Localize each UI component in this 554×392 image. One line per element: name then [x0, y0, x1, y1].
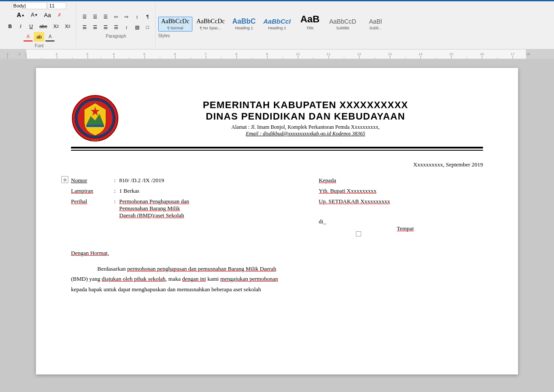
bullets-btn[interactable]: ☰ — [80, 12, 89, 21]
align-left-btn[interactable]: ☰ — [80, 22, 89, 32]
svg-text:15: 15 — [449, 52, 453, 56]
bmd-text: (BMD) yang — [71, 275, 102, 282]
meta-left: ⊕ Nomor : 810/ /D.2 /IX /2019 Lampiran :… — [71, 177, 298, 232]
kepada-label: Kepada — [319, 177, 336, 184]
sort-btn[interactable]: ↕ — [132, 12, 142, 21]
style-title[interactable]: AaB Title — [295, 12, 325, 31]
font-size-input[interactable] — [48, 2, 66, 9]
tempat-row: Tempat — [319, 225, 483, 232]
style-more-preview: AaBl — [369, 18, 382, 25]
style-h1-preview: AaBbC — [232, 17, 256, 25]
svg-text:2: 2 — [18, 52, 21, 56]
align-right-btn[interactable]: ☰ — [101, 22, 110, 32]
justify-btn[interactable]: ☰ — [111, 22, 121, 32]
document-page: ✦ ✦ ✦ PEMERINTAH KABUPATEN XXXXXXXXXX DI… — [36, 68, 518, 374]
line-spacing-btn[interactable]: ↕ — [122, 22, 131, 32]
svg-text:10: 10 — [296, 52, 300, 56]
svg-text:17: 17 — [511, 52, 515, 56]
style-no-space[interactable]: AaBbCcDc ¶ No Spac... — [193, 17, 228, 32]
font-name-input[interactable] — [12, 2, 47, 9]
diajukan-text: diajukan oleh pihak sekolah — [102, 275, 166, 282]
meta-left-container: ⊕ Nomor : 810/ /D.2 /IX /2019 Lampiran :… — [71, 177, 298, 219]
up-value: Up. SETDAKAB Xxxxxxxxxx — [319, 198, 390, 205]
dengan-text: dengan ini — [182, 275, 206, 282]
up-row: Up. SETDAKAB Xxxxxxxxxx — [319, 198, 483, 205]
lh-address: Alamat : Jl. Imam Bonjol, Komplek Perkan… — [128, 124, 483, 131]
perihal-line2: Pemusnahan Barang Milik — [119, 205, 180, 212]
para1-cont2: kepada bapak untuk dapat menghapuskan da… — [71, 284, 483, 294]
lampiran-label: Lampiran — [71, 187, 110, 194]
para1-text2: permohonan penghapusan dan pemusnahan Ba… — [127, 265, 276, 272]
svg-text:1: 1 — [7, 52, 9, 56]
svg-text:7: 7 — [205, 52, 207, 56]
paragraph-section: ☰ ☰ ☰ ⇦ ⇨ ↕ ¶ ☰ ☰ ☰ ☰ ↕ ▧ □ Paragraph — [77, 3, 156, 47]
increase-font-btn[interactable]: A▲ — [14, 10, 27, 20]
lh-dept-name: DINAS PENDIDIKAN DAN KEBUDAYAAN — [128, 111, 483, 122]
ruler: 1 2 3 4 5 6 7 8 9 10 — [0, 49, 554, 59]
ruler-svg: 1 2 3 4 5 6 7 8 9 10 — [0, 49, 554, 59]
style-heading2[interactable]: AaBbCcI Heading 2 — [260, 16, 294, 32]
style-subtitle-label: Subtitle — [336, 26, 349, 30]
show-formatting-btn[interactable]: ¶ — [143, 12, 153, 21]
top-accent-bar — [0, 0, 554, 1]
font-color2-btn[interactable]: A — [45, 32, 55, 42]
move-handle[interactable]: ⊕ — [61, 176, 68, 183]
borders-btn[interactable]: □ — [143, 22, 153, 32]
numbering-btn[interactable]: ☰ — [90, 12, 100, 21]
perihal-row: Perihal : Permohonan Penghapusan dan Pem… — [71, 198, 298, 219]
yth-row: Yth. Bupati Xxxxxxxxxx — [319, 187, 483, 194]
font-color-btn[interactable]: A — [23, 32, 33, 42]
style-more-label: Subtl... — [369, 26, 382, 30]
change-case-btn[interactable]: Aa — [41, 10, 53, 20]
divider-line — [71, 147, 483, 151]
style-h2-preview: AaBbCcI — [263, 18, 291, 25]
maka-text: , maka — [166, 275, 182, 282]
letter-date: Xxxxxxxxxx, September 2019 — [71, 161, 483, 168]
nomor-row: Nomor : 810/ /D.2 /IX /2019 — [71, 177, 298, 184]
bold-btn[interactable]: B — [5, 21, 15, 31]
mengajukan-text: mengajukan permohonan — [220, 275, 278, 282]
svg-text:6: 6 — [174, 52, 176, 56]
decrease-font-btn[interactable]: A▼ — [28, 10, 40, 20]
paragraph-section-label: Paragraph — [106, 34, 126, 39]
lampiran-colon: : — [110, 187, 119, 194]
svg-rect-0 — [0, 49, 554, 59]
highlight-btn[interactable]: ab — [34, 32, 44, 42]
perihal-value: Permohonan Penghapusan dan Pemusnahan Ba… — [119, 198, 298, 219]
clear-format-btn[interactable]: ✗ — [54, 10, 64, 20]
multilevel-btn[interactable]: ☰ — [101, 12, 110, 21]
shading-btn[interactable]: ▧ — [132, 22, 142, 32]
svg-text:14: 14 — [419, 52, 423, 56]
italic-btn[interactable]: I — [16, 21, 25, 31]
lh-email: Email : disdikbud@xxxxxxxxxxkab.go.id Ko… — [128, 131, 483, 137]
align-center-btn[interactable]: ☰ — [90, 22, 100, 32]
para1-cont1: (BMD) yang diajukan oleh pihak sekolah, … — [71, 274, 483, 284]
svg-text:3: 3 — [86, 52, 89, 56]
underline-btn[interactable]: U — [26, 21, 36, 31]
svg-text:1: 1 — [25, 52, 27, 56]
strikethrough-btn[interactable]: abc — [37, 21, 50, 31]
di-container: di_ — [319, 218, 326, 225]
nomor-colon: : — [110, 177, 119, 184]
style-nospace-label: ¶ No Spac... — [200, 26, 221, 30]
superscript-btn[interactable]: X2 — [62, 21, 73, 31]
svg-text:11: 11 — [327, 52, 330, 56]
perihal-colon: : — [110, 198, 119, 205]
tempat-text: Tempat — [397, 225, 414, 232]
styles-section-label: Styles — [158, 33, 391, 38]
kami-text: kami — [206, 275, 220, 282]
style-subtitle[interactable]: AaBbCcD Subtitle — [326, 17, 359, 32]
style-more[interactable]: AaBl Subtl... — [360, 17, 391, 32]
style-normal[interactable]: AaBbCcDc ¶ Normal — [158, 17, 193, 32]
lh-org-name: PEMERINTAH KABUPATEN XXXXXXXXXX — [128, 99, 483, 111]
lampiran-value: 1 Berkas — [119, 187, 298, 194]
letterhead-text-block: PEMERINTAH KABUPATEN XXXXXXXXXX DINAS PE… — [128, 99, 483, 137]
style-heading1[interactable]: AaBbC Heading 1 — [229, 16, 259, 32]
svg-text:9: 9 — [266, 52, 268, 56]
increase-indent-btn[interactable]: ⇨ — [122, 12, 131, 21]
style-title-preview: AaB — [300, 14, 320, 25]
decrease-indent-btn[interactable]: ⇦ — [111, 12, 121, 21]
selection-checkbox[interactable] — [356, 231, 361, 237]
subscript-btn[interactable]: X2 — [51, 21, 61, 31]
letter-meta: ⊕ Nomor : 810/ /D.2 /IX /2019 Lampiran :… — [71, 177, 483, 232]
